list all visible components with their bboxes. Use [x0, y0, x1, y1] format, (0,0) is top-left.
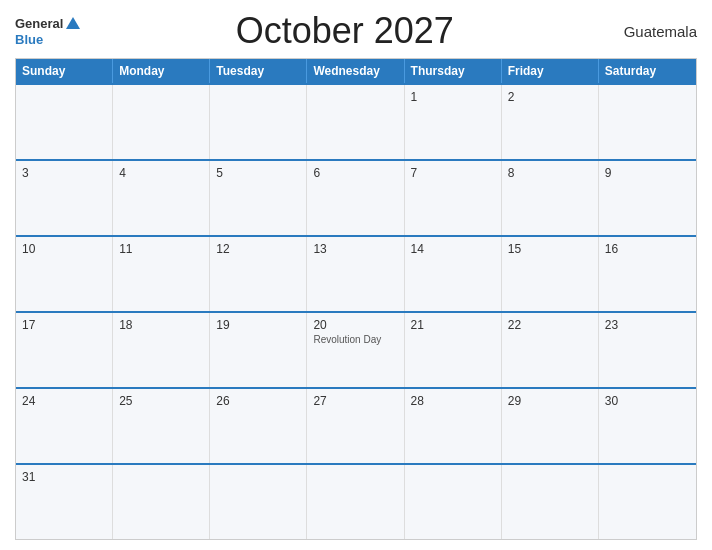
calendar-cell	[599, 465, 696, 539]
calendar-cell	[210, 85, 307, 159]
calendar-cell: 12	[210, 237, 307, 311]
calendar-cell: 25	[113, 389, 210, 463]
calendar-cell: 17	[16, 313, 113, 387]
calendar-cell	[16, 85, 113, 159]
country-label: Guatemala	[607, 23, 697, 40]
cell-number: 23	[605, 318, 690, 332]
day-header-tuesday: Tuesday	[210, 59, 307, 83]
cell-number: 7	[411, 166, 495, 180]
cell-number: 5	[216, 166, 300, 180]
page-title: October 2027	[82, 10, 607, 52]
day-header-sunday: Sunday	[16, 59, 113, 83]
calendar-cell	[599, 85, 696, 159]
logo-general: General	[15, 17, 63, 31]
cell-number: 19	[216, 318, 300, 332]
cell-number: 18	[119, 318, 203, 332]
calendar-cell: 7	[405, 161, 502, 235]
logo-icon	[64, 15, 82, 33]
cell-number: 22	[508, 318, 592, 332]
cell-number: 20	[313, 318, 397, 332]
calendar-cell: 18	[113, 313, 210, 387]
cell-number: 16	[605, 242, 690, 256]
cell-number: 12	[216, 242, 300, 256]
cell-number: 9	[605, 166, 690, 180]
calendar-cell	[307, 85, 404, 159]
calendar-cell: 1	[405, 85, 502, 159]
calendar-cell: 19	[210, 313, 307, 387]
calendar-cell: 13	[307, 237, 404, 311]
cell-number: 2	[508, 90, 592, 104]
calendar-cell	[113, 465, 210, 539]
calendar-cell: 31	[16, 465, 113, 539]
calendar-cell: 11	[113, 237, 210, 311]
cell-number: 3	[22, 166, 106, 180]
logo: General Blue	[15, 15, 82, 47]
calendar-cell: 15	[502, 237, 599, 311]
cell-number: 31	[22, 470, 106, 484]
cell-number: 24	[22, 394, 106, 408]
calendar-cell: 9	[599, 161, 696, 235]
cell-number: 25	[119, 394, 203, 408]
weeks: 1234567891011121314151617181920Revolutio…	[16, 83, 696, 539]
cell-number: 14	[411, 242, 495, 256]
days-header: SundayMondayTuesdayWednesdayThursdayFrid…	[16, 59, 696, 83]
calendar-cell: 2	[502, 85, 599, 159]
day-header-wednesday: Wednesday	[307, 59, 404, 83]
cell-number: 6	[313, 166, 397, 180]
calendar-cell: 4	[113, 161, 210, 235]
day-header-saturday: Saturday	[599, 59, 696, 83]
cell-number: 11	[119, 242, 203, 256]
calendar-cell: 30	[599, 389, 696, 463]
calendar-cell: 10	[16, 237, 113, 311]
cell-number: 21	[411, 318, 495, 332]
cell-event: Revolution Day	[313, 334, 397, 346]
week-row-2: 3456789	[16, 159, 696, 235]
cell-number: 17	[22, 318, 106, 332]
cell-number: 10	[22, 242, 106, 256]
cell-number: 8	[508, 166, 592, 180]
week-row-6: 31	[16, 463, 696, 539]
day-header-thursday: Thursday	[405, 59, 502, 83]
calendar-page: General Blue October 2027 Guatemala Sund…	[0, 0, 712, 550]
calendar-cell: 5	[210, 161, 307, 235]
header: General Blue October 2027 Guatemala	[15, 10, 697, 52]
calendar-cell: 6	[307, 161, 404, 235]
calendar-cell: 28	[405, 389, 502, 463]
cell-number: 15	[508, 242, 592, 256]
svg-marker-0	[66, 17, 80, 29]
cell-number: 30	[605, 394, 690, 408]
logo-blue: Blue	[15, 33, 43, 47]
calendar-cell	[113, 85, 210, 159]
calendar-cell: 27	[307, 389, 404, 463]
day-header-monday: Monday	[113, 59, 210, 83]
cell-number: 1	[411, 90, 495, 104]
cell-number: 13	[313, 242, 397, 256]
week-row-3: 10111213141516	[16, 235, 696, 311]
calendar-cell	[307, 465, 404, 539]
day-header-friday: Friday	[502, 59, 599, 83]
week-row-4: 17181920Revolution Day212223	[16, 311, 696, 387]
calendar-cell: 29	[502, 389, 599, 463]
calendar-cell: 23	[599, 313, 696, 387]
calendar-cell: 3	[16, 161, 113, 235]
calendar-cell: 20Revolution Day	[307, 313, 404, 387]
calendar: SundayMondayTuesdayWednesdayThursdayFrid…	[15, 58, 697, 540]
cell-number: 4	[119, 166, 203, 180]
calendar-cell: 24	[16, 389, 113, 463]
calendar-cell	[405, 465, 502, 539]
calendar-cell	[210, 465, 307, 539]
calendar-cell: 8	[502, 161, 599, 235]
calendar-cell	[502, 465, 599, 539]
calendar-cell: 16	[599, 237, 696, 311]
calendar-cell: 21	[405, 313, 502, 387]
cell-number: 28	[411, 394, 495, 408]
week-row-5: 24252627282930	[16, 387, 696, 463]
calendar-cell: 26	[210, 389, 307, 463]
cell-number: 26	[216, 394, 300, 408]
week-row-1: 12	[16, 83, 696, 159]
calendar-cell: 14	[405, 237, 502, 311]
calendar-cell: 22	[502, 313, 599, 387]
cell-number: 27	[313, 394, 397, 408]
cell-number: 29	[508, 394, 592, 408]
